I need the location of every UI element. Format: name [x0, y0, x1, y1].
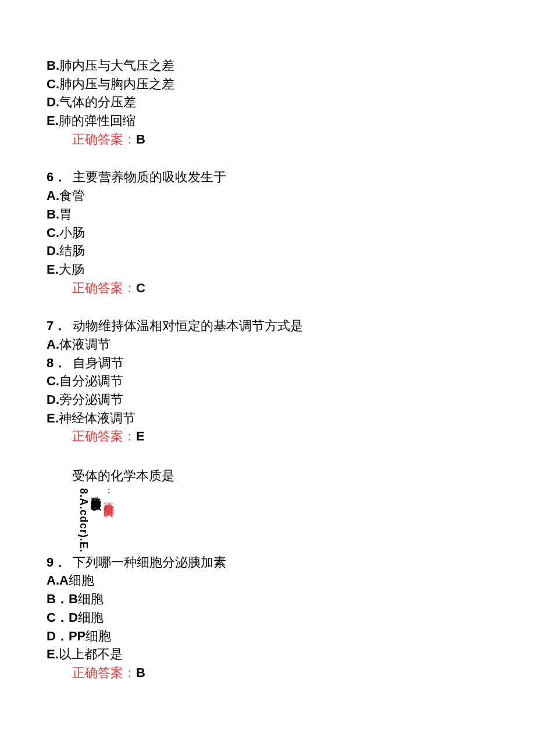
q5-option-b: B.肺内压与大气压之差 — [47, 57, 488, 74]
q7-line8: 8． 自身调节 — [47, 354, 488, 372]
opt-text: 大肠 — [59, 262, 84, 277]
opt-letter: C．D — [47, 610, 78, 625]
opt-text: 细胞 — [85, 629, 111, 643]
q6-stem-line: 6． 主要营养物质的吸收发生于 — [47, 169, 488, 186]
q9-answer: 正确答案：B — [47, 664, 488, 682]
q5-option-c: C.肺内压与胸内压之差 — [47, 76, 488, 93]
opt-letter: B. — [47, 207, 59, 221]
q9-stem-line: 9． 下列哪一种细胞分泌胰加素 — [47, 554, 488, 571]
opt-letter: B．B — [47, 592, 78, 606]
q8-vcol2: 酸上确脂蛋糖核以正 — [90, 488, 102, 553]
opt-text: 气体的分压差 — [59, 95, 136, 109]
opt-letter: D. — [47, 243, 59, 258]
opt-letter: C. — [47, 225, 59, 240]
q9-option-b: B．B细胞 — [47, 590, 488, 608]
q6-answer: 正确答案：C — [47, 280, 488, 297]
q7-answer: 正确答案：E — [47, 428, 488, 445]
line8-number: 8． — [47, 356, 66, 370]
opt-text: 小肠 — [59, 225, 85, 240]
opt-text: 肺的弹性回缩 — [59, 113, 135, 128]
question-stem: 主要营养物质的吸收发生于 — [73, 170, 226, 184]
q6-option-d: D.结肠 — [47, 242, 488, 260]
q9-option-e: E.以上都不是 — [47, 646, 488, 663]
opt-text: 细胞 — [78, 592, 104, 606]
opt-text: 以上都不是 — [59, 647, 123, 661]
opt-letter: B. — [47, 58, 59, 73]
q5-option-d: D.气体的分压差 — [47, 94, 488, 111]
q9-option-d: D．PP细胞 — [47, 628, 488, 645]
q8-vcol3: ··不绘质都答质白类 — [102, 488, 115, 553]
opt-letter: E. — [47, 113, 59, 128]
opt-text: 体液调节 — [59, 337, 110, 352]
opt-text: 细胞 — [78, 610, 104, 625]
opt-text: 自分泌调节 — [59, 374, 123, 388]
opt-text: 胃 — [59, 207, 72, 221]
question-stem: 动物维持体温相对恒定的基本调节方式是 — [73, 318, 303, 333]
opt-letter: A.A — [47, 573, 69, 587]
q7-option-e: E.神经体液调节 — [47, 410, 488, 427]
q8-block: 受体的化学本质是 8.A.cdcr).E. 酸上确脂蛋糖核以正 ··不绘质都答质… — [47, 467, 488, 553]
question-stem: 下列哪一种细胞分泌胰加素 — [73, 555, 226, 569]
opt-letter: D. — [47, 95, 59, 109]
q8-vcol1: 8.A.cdcr).E. — [77, 488, 90, 553]
question-number: 7． — [47, 318, 66, 333]
q7-stem-line: 7． 动物维持体温相对恒定的基本调节方式是 — [47, 317, 488, 335]
q6-option-b: B.胃 — [47, 206, 488, 223]
answer-value: C — [136, 281, 145, 295]
opt-letter: D. — [47, 392, 59, 407]
q5-answer: 正确答案：B — [47, 131, 488, 148]
q6-option-e: E.大肠 — [47, 261, 488, 278]
opt-text: 食管 — [59, 188, 85, 203]
question-number: 9． — [47, 555, 66, 569]
opt-letter: C. — [47, 374, 59, 388]
q9-option-a: A.A细胞 — [47, 572, 488, 589]
q7-option-a: A.体液调节 — [47, 336, 488, 353]
line8-text: 自身调节 — [73, 356, 124, 370]
q8-vertical-text: 8.A.cdcr).E. 酸上确脂蛋糖核以正 ··不绘质都答质白类 — [77, 486, 488, 553]
opt-letter: A. — [47, 188, 59, 203]
q6-option-a: A.食管 — [47, 187, 488, 205]
q7-option-d: D.旁分泌调节 — [47, 391, 488, 409]
opt-text: 神经体液调节 — [59, 411, 135, 425]
answer-label: 正确答案： — [72, 429, 136, 443]
opt-text: 细胞 — [69, 573, 94, 587]
answer-value: B — [136, 132, 145, 146]
opt-letter: D．PP — [47, 629, 85, 643]
q9-option-c: C．D细胞 — [47, 609, 488, 626]
q8-stem: 受体的化学本质是 — [47, 467, 488, 485]
q7-option-c: C.自分泌调节 — [47, 372, 488, 390]
opt-text: 肺内压与胸内压之差 — [59, 77, 174, 91]
answer-value: E — [136, 429, 145, 443]
answer-label: 正确答案： — [72, 665, 136, 680]
opt-letter: E. — [47, 262, 59, 277]
question-number: 6． — [47, 170, 66, 184]
q5-option-e: E.肺的弹性回缩 — [47, 112, 488, 130]
answer-label: 正确答案： — [72, 281, 136, 295]
answer-value: B — [136, 665, 145, 680]
opt-letter: E. — [47, 411, 59, 425]
opt-text: 肺内压与大气压之差 — [59, 58, 174, 73]
opt-letter: A. — [47, 337, 59, 352]
opt-text: 旁分泌调节 — [59, 392, 123, 407]
answer-label: 正确答案： — [72, 132, 136, 146]
opt-letter: C. — [47, 77, 59, 91]
opt-letter: E. — [47, 647, 59, 661]
q6-option-c: C.小肠 — [47, 224, 488, 242]
opt-text: 结肠 — [59, 243, 85, 258]
